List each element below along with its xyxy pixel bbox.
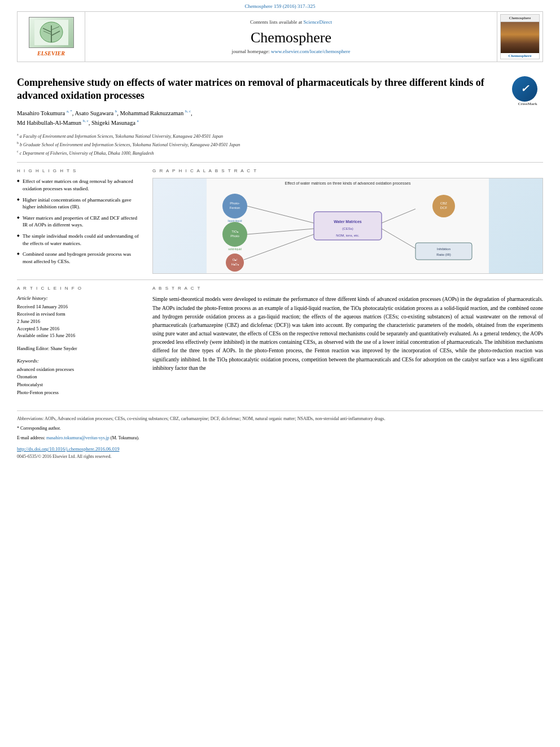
article-revised-date: 2 June 2016 [17,318,141,325]
keyword-3: Photocatalyst [17,381,141,389]
chemosphere-logo-bottom: Chemosphere [501,53,539,59]
info-abstract-section: A R T I C L E I N F O Article history: R… [17,286,543,402]
affiliations-section: a a Faculty of Environment and Informati… [17,132,543,156]
highlights-heading: H I G H L I G H T S [17,168,141,173]
highlights-graphical-section: H I G H L I G H T S Effect of water matr… [17,168,543,274]
svg-text:CBZ: CBZ [440,202,447,205]
svg-text:Photo-: Photo- [230,202,240,205]
svg-text:Effect of water matrices on th: Effect of water matrices on three kinds … [285,181,411,186]
crossmark-icon: ✓ [512,76,537,102]
highlight-item-4: The simple individual models could aid u… [17,233,141,247]
journal-citation: Chemosphere 159 (2016) 317–325 [0,0,560,11]
keyword-4: Photo-Fenton process [17,389,141,397]
divider-after-highlights [17,279,543,280]
chemosphere-logo-area: Chemosphere Chemosphere [497,12,542,62]
copyright-text: 0045-6535/© 2016 Elsevier Ltd. All right… [17,454,543,459]
crossmark-badge: ✓ CrossMark [512,76,543,107]
sciencedirect-link[interactable]: ScienceDirect [304,19,332,25]
article-received-text: Received 14 January 2016 [17,303,141,311]
divider-after-affiliations [17,162,543,163]
crossmark-label: CrossMark [512,102,543,107]
elsevier-logo-area: ELSEVIER [18,12,85,62]
svg-text:liquid-liquid: liquid-liquid [228,219,242,222]
svg-text:Photo: Photo [230,234,239,238]
affiliation-a: a a Faculty of Environment and Informati… [17,132,543,140]
svg-text:Inhibition: Inhibition [437,247,450,251]
highlight-item-2: Higher initial concentrations of pharmac… [17,196,141,211]
abbreviations-text: Abbreviations: AOPs, Advanced oxidation … [17,416,543,422]
highlight-item-3: Water matrices and properties of CBZ and… [17,215,141,229]
keywords-label: Keywords: [17,358,141,364]
journal-homepage-line: journal homepage: www.elsevier.com/locat… [232,49,351,54]
keyword-1: advanced oxidation processes [17,366,141,374]
sciencedirect-line: Contents lists available at ScienceDirec… [250,19,332,25]
svg-rect-25 [415,243,472,260]
elsevier-wordmark: ELSEVIER [29,50,74,56]
affiliation-c: c c Department of Fisheries, University … [17,149,543,157]
journal-center-area: Contents lists available at ScienceDirec… [85,12,497,62]
article-title-text: Comprehensive study on effects of water … [17,77,484,101]
footer-section: Abbreviations: AOPs, Advanced oxidation … [17,410,543,459]
handling-editor-label: Handling Editor: Shane Snyder [17,345,141,352]
abstract-column: A B S T R A C T Simple semi-theoretical … [152,286,543,402]
elsevier-tree-logo [29,17,74,48]
svg-text:Ratio (IR): Ratio (IR) [436,253,451,256]
article-accepted-text: Accepted 5 June 2016 [17,325,141,333]
journal-header: ELSEVIER Contents lists available at Sci… [17,11,543,62]
svg-text:Fenton: Fenton [230,206,240,209]
affiliation-b: b b Graduate School of Environment and I… [17,141,543,148]
graphical-abstract-heading: G R A P H I C A L A B S T R A C T [152,168,543,173]
keywords-list: advanced oxidation processes Ozonation P… [17,366,141,396]
keyword-2: Ozonation [17,373,141,381]
svg-text:DCF: DCF [440,206,448,209]
highlight-item-1: Effect of water matrices on drug removal… [17,178,141,192]
svg-text:TiO₂: TiO₂ [231,230,238,233]
svg-text:(CESs): (CESs) [342,227,353,230]
chemosphere-logo-box: Chemosphere Chemosphere [500,14,540,59]
authors-line: Masahiro Tokumura a, *, Asato Sugawara b… [17,108,543,128]
main-content: Comprehensive study on effects of water … [17,62,543,465]
article-title-area: Comprehensive study on effects of water … [17,76,543,103]
svg-text:O₃/: O₃/ [233,258,238,261]
email-line: E-mail address: masahiro.tokumura@verita… [17,435,543,442]
keywords-group: Keywords: advanced oxidation processes O… [17,358,141,396]
journal-homepage-link[interactable]: www.elsevier.com/locate/chemosphere [271,49,350,54]
highlights-list: Effect of water matrices on drug removal… [17,178,141,265]
corresponding-author-note: * Corresponding author. [17,425,543,432]
article-available-text: Available online 15 June 2016 [17,332,141,339]
author-email-link[interactable]: masahiro.tokumura@veritas-sys.jp [46,435,110,440]
abstract-text: Simple semi-theoretical models were deve… [152,295,543,373]
handling-editor-group: Handling Editor: Shane Snyder [17,345,141,352]
highlight-item-5: Combined ozone and hydrogen peroxide pro… [17,251,141,265]
svg-text:Water Matrices: Water Matrices [334,220,362,224]
article-info-heading: A R T I C L E I N F O [17,286,141,291]
abstract-heading: A B S T R A C T [152,286,543,291]
article-history-label: Article history: [17,295,141,301]
graphical-abstract-image: Effect of water matrices on three kinds … [152,178,543,274]
svg-text:solid-liquid: solid-liquid [228,247,242,251]
doi-link[interactable]: http://dx.doi.org/10.1016/j.chemosphere.… [17,446,543,452]
highlights-column: H I G H L I G H T S Effect of water matr… [17,168,141,274]
svg-text:H₂O₂: H₂O₂ [231,263,239,266]
chemosphere-logo-image [501,22,539,53]
article-info-column: A R T I C L E I N F O Article history: R… [17,286,141,402]
article-history-group: Article history: Received 14 January 201… [17,295,141,339]
graphical-abstract-column: G R A P H I C A L A B S T R A C T Effect… [152,168,543,274]
svg-text:NOM, ions, etc.: NOM, ions, etc. [336,234,360,237]
article-revised-text: Received in revised form [17,311,141,318]
chemosphere-logo-top-text: Chemosphere [501,15,539,22]
journal-name: Chemosphere [251,29,331,46]
